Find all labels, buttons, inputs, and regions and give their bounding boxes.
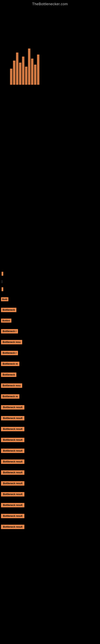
bottleneck-item-10: Bottleneck re [1, 394, 99, 402]
cursor-indicator: ▋ [1, 272, 99, 276]
bottleneck-item-17: Bottleneck result [1, 470, 99, 478]
site-header: TheBottlenecker.com [0, 0, 100, 8]
bottleneck-item-6: Bottleneck r [1, 351, 99, 359]
bottleneck-item-9: Bottleneck resu [1, 384, 99, 392]
bottleneck-item-14: Bottleneck result [1, 438, 99, 446]
bottleneck-item-18: Bottleneck result [1, 481, 99, 489]
bottleneck-item-11: Bottleneck result [1, 405, 99, 413]
bottleneck-item-21: Bottleneck result [1, 514, 99, 522]
bottleneck-item-3: Bottlen [1, 318, 99, 326]
bottleneck-item-16: Bottleneck result [1, 460, 99, 468]
bottleneck-item-13: Bottleneck result [1, 427, 99, 435]
cursor-indicator-2: ▋ [1, 288, 99, 291]
bottleneck-item-22: Bottleneck result [1, 525, 99, 533]
pipe-indicator: | [1, 280, 99, 283]
bottleneck-item-5: Bottleneck resu [1, 340, 99, 348]
bottleneck-item-15: Bottleneck result [1, 448, 99, 457]
bottleneck-item-20: Bottleneck result [1, 503, 99, 511]
site-title: TheBottlenecker.com [0, 0, 100, 8]
input-section: ▋ | ▋ [0, 270, 100, 297]
main-content-area [0, 8, 100, 270]
bottleneck-item-12: Bottleneck result [1, 416, 99, 424]
bottleneck-item-8: Bottleneck [1, 372, 99, 380]
bottleneck-item-7: Bottleneck re [1, 362, 99, 370]
bottleneck-item-2: Bottleneck [1, 308, 99, 316]
bottleneck-item-19: Bottleneck result [1, 492, 99, 500]
bottleneck-results-list: Bottl Bottleneck Bottlen Bottleneck r Bo… [0, 297, 100, 533]
bottleneck-item-4: Bottleneck r [1, 329, 99, 337]
chart-area [4, 8, 96, 89]
bottleneck-item-1: Bottl [1, 297, 99, 305]
